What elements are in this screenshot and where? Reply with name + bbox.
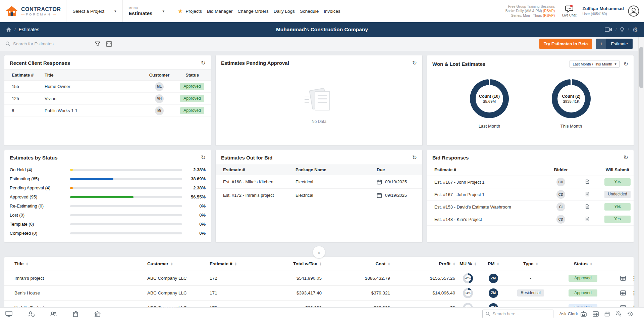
sort-icon[interactable]: ▲▼ [171, 262, 173, 266]
client-response-row[interactable]: 6 Public Works 1-1 M( Approved [4, 105, 211, 117]
column-header-pm[interactable]: PM▲▼ [481, 261, 506, 266]
global-search-input[interactable] [492, 312, 546, 316]
br-header: Estimate # Bidder Will Submit [427, 164, 634, 176]
refresh-icon[interactable]: ↻ [624, 61, 628, 67]
collapse-table-button[interactable]: ▲ [313, 246, 325, 259]
settings-gear-icon[interactable]: ⚙ [632, 27, 638, 33]
nav-item-change-orders[interactable]: Change Orders [238, 9, 269, 14]
column-header-mu[interactable]: MU %▲▼ [455, 261, 481, 266]
bid-response-row[interactable]: Est. #167 - John Project 1 CD Undecided [427, 188, 634, 201]
nav-item-schedule[interactable]: Schedule [300, 9, 319, 14]
row-menu-icon[interactable]: ⋮ [631, 290, 637, 296]
nav-item-projects[interactable]: Projects [185, 9, 202, 14]
estimates-search-input[interactable] [13, 41, 80, 46]
column-header-total-w-tax[interactable]: Total w/Tax▲▼ [258, 261, 322, 266]
training-line-3[interactable]: Series: Mon - Thurs (RSVP) [505, 13, 555, 18]
user-clock-icon[interactable] [28, 311, 35, 317]
markup-percent-donut: 45% [463, 273, 473, 283]
sort-icon[interactable]: ▲▼ [26, 262, 28, 266]
estimate-title[interactable]: Ben's House [4, 290, 141, 295]
vertical-scrollbar[interactable] [638, 37, 644, 307]
client-response-row[interactable]: 155 Home Owner ML Approved [4, 81, 211, 93]
search-icon [486, 312, 490, 316]
sort-icon[interactable]: ▲▼ [474, 262, 476, 266]
card-title: Estimates by Status [10, 155, 58, 161]
estimate-label: Est. #167 - John Project 1 [427, 180, 548, 185]
refresh-icon[interactable]: ↻ [412, 155, 417, 161]
tips-lightbulb-icon[interactable] [620, 27, 624, 33]
document-icon[interactable] [585, 204, 590, 209]
try-beta-button[interactable]: Try Estimates in Beta [539, 39, 592, 49]
refresh-icon[interactable]: ↻ [201, 60, 206, 66]
project-selector-label: Select a Project [72, 9, 104, 14]
columns-layout-icon[interactable] [106, 41, 112, 47]
document-icon[interactable] [585, 179, 590, 184]
home-icon[interactable] [6, 27, 11, 32]
type-cell: Residential [506, 289, 555, 297]
column-header-estimate[interactable]: Estimate #▲▼ [206, 261, 258, 266]
video-tutorials-icon[interactable] [605, 27, 612, 32]
app-logo[interactable]: CONTRACTOR FOREMAN [5, 5, 66, 17]
estimates-search-box[interactable] [5, 41, 89, 46]
nav-item-invoices[interactable]: Invoices [324, 9, 340, 14]
estimate-row[interactable]: Ben's House ABC Company LLC 171 $393,417… [4, 286, 634, 301]
sort-icon[interactable]: ▲▼ [497, 262, 499, 266]
estimate-row[interactable]: Imran's project ABC Company LLC 172 $541… [4, 271, 634, 286]
history-icon[interactable] [627, 311, 633, 317]
estimates-by-status-card: Estimates by Status ↻ On Hold (4) 2.38% … [4, 150, 211, 242]
column-header-type[interactable]: Type▲▼ [506, 261, 555, 266]
company-name: Muhammad's Construction Company [276, 27, 368, 33]
spreadsheet-icon[interactable] [593, 311, 599, 317]
user-avatar-icon[interactable] [628, 5, 639, 17]
ofb-body: Est. #168 - Mike's Kitchen Electrical 09… [216, 175, 422, 202]
out-for-bid-row[interactable]: Est. #168 - Mike's Kitchen Electrical 09… [216, 175, 422, 189]
donut-amount: $935.41K [563, 99, 579, 103]
schedule-grid-icon[interactable] [620, 276, 626, 281]
estimate-title[interactable]: Imran's project [4, 276, 141, 281]
customer-avatar: M( [155, 106, 164, 115]
column-header-cost[interactable]: Cost▲▼ [322, 261, 390, 266]
ask-clark-button[interactable]: Ask Clark [559, 311, 587, 317]
bid-response-row[interactable]: Est. #167 - John Project 1 CD Yes [427, 176, 634, 188]
document-icon[interactable] [585, 217, 590, 221]
column-header-profit[interactable]: Profit▲▼ [390, 261, 455, 266]
favorite-star-icon[interactable]: ★ [178, 8, 183, 15]
refresh-icon[interactable]: ↻ [201, 155, 206, 161]
sort-icon[interactable]: ▲▼ [590, 262, 592, 266]
client-response-row[interactable]: 125 Vivian VH Approved [4, 93, 211, 105]
breadcrumb-current[interactable]: Estimates [19, 27, 39, 32]
out-for-bid-row[interactable]: Est. #172 - Imran's project Electrical 0… [216, 189, 422, 202]
notifications-muted-icon[interactable] [615, 311, 622, 317]
calendar-icon[interactable] [604, 311, 610, 317]
nav-item-bid-manager[interactable]: Bid Manager [207, 9, 233, 14]
row-menu-icon[interactable]: ⋮ [631, 276, 637, 281]
recent-client-responses-card: Recent Client Responses ↻ Estimate #Titl… [4, 55, 211, 146]
filter-icon[interactable] [95, 41, 101, 47]
bid-response-row[interactable]: Est. #148 - Kim's Project CD Yes [427, 213, 634, 226]
type-cell: - [506, 276, 555, 281]
training-line-2[interactable]: Basic: Daily (AM & PM) (RSVP) [505, 9, 555, 13]
column-header-title[interactable]: Title▲▼ [4, 261, 141, 266]
status-percent: 0% [186, 231, 206, 236]
menu-selector[interactable]: MENU Estimates ▾ [122, 0, 170, 22]
scrollbar-thumb[interactable] [639, 47, 643, 88]
bank-icon[interactable] [94, 311, 101, 317]
refresh-icon[interactable]: ↻ [624, 155, 628, 161]
schedule-grid-icon[interactable] [620, 290, 626, 295]
period-filter-select[interactable]: Last Month / This Month ▾ [570, 60, 619, 68]
live-chat-button[interactable]: Live Chat [562, 5, 576, 17]
bid-response-row[interactable]: Est. #153 - David's Estimate Washroom CI… [427, 201, 634, 213]
document-icon[interactable] [585, 192, 590, 196]
nav-item-daily-logs[interactable]: Daily Logs [274, 9, 295, 14]
refresh-icon[interactable]: ↻ [412, 60, 417, 66]
add-estimate-button[interactable]: + Estimate [596, 39, 633, 49]
column-header-status[interactable]: Status▲▼ [555, 261, 611, 266]
sort-icon[interactable]: ▲▼ [235, 262, 237, 266]
column-header-customer[interactable]: Customer▲▼ [141, 261, 206, 266]
project-selector[interactable]: Select a Project ▾ [66, 0, 122, 22]
building-icon[interactable] [72, 311, 78, 317]
kiosk-monitor-icon[interactable] [5, 311, 12, 317]
global-search-box[interactable] [482, 310, 553, 318]
sort-icon[interactable]: ▲▼ [536, 262, 538, 266]
users-directory-icon[interactable] [50, 311, 57, 317]
